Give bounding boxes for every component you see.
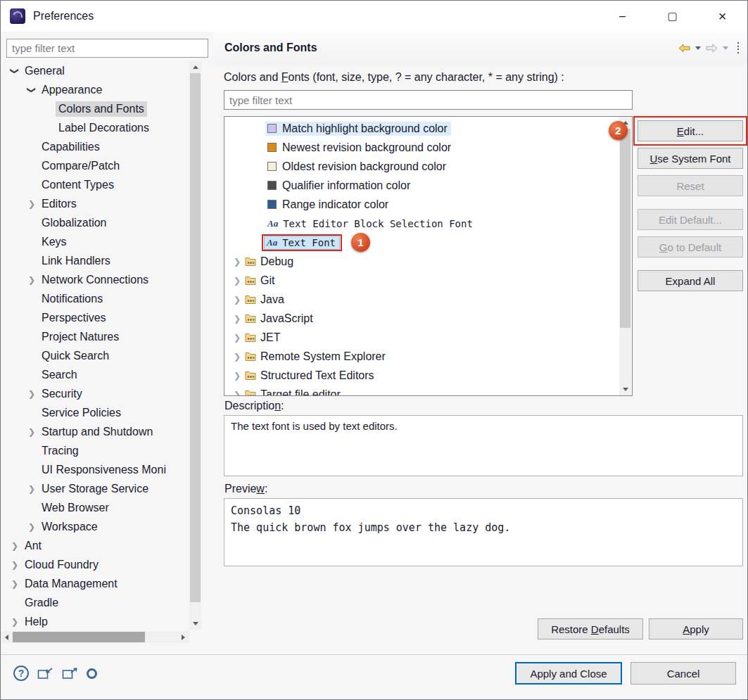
tree-item-startup-and-shutdown[interactable]: ❯Startup and Shutdown: [1, 422, 189, 441]
go-to-default-button[interactable]: Go to Default: [638, 236, 743, 257]
collapse-icon[interactable]: ❯: [10, 64, 20, 78]
edit-default-button[interactable]: Edit Default...: [638, 209, 743, 230]
expand-icon[interactable]: ❯: [8, 541, 22, 551]
tree-item-label-decorations[interactable]: Label Decorations: [1, 118, 189, 137]
tree-item-help[interactable]: ❯Help: [1, 612, 189, 630]
tree-item-editors[interactable]: ❯Editors: [1, 194, 189, 213]
list-item-oldest-revision-background-color[interactable]: Oldest revision background color: [224, 157, 619, 176]
tree-item-capabilities[interactable]: Capabilities: [1, 137, 189, 156]
tree-item-network-connections[interactable]: ❯Network Connections: [1, 270, 189, 289]
collapse-icon[interactable]: ❯: [27, 83, 37, 97]
expand-icon[interactable]: ❯: [25, 484, 39, 494]
list-item-qualifier-information-color[interactable]: Qualifier information color: [224, 176, 619, 195]
apply-button[interactable]: Apply: [649, 618, 743, 639]
export-icon[interactable]: [62, 667, 78, 680]
expand-icon[interactable]: ❯: [232, 371, 243, 381]
tree-item-compare-patch[interactable]: Compare/Patch: [1, 156, 189, 175]
tree-item-tracing[interactable]: Tracing: [1, 441, 189, 460]
import-icon[interactable]: [37, 667, 53, 680]
tree-filter-input[interactable]: [6, 39, 208, 58]
tree-vertical-scrollbar[interactable]: [189, 61, 201, 630]
expand-icon[interactable]: ❯: [232, 295, 243, 305]
list-item-remote-system-explorer[interactable]: ❯Remote System Explorer: [224, 347, 619, 366]
list-item-text-editor-block-selection-font[interactable]: AaText Editor Block Selection Font: [224, 214, 619, 233]
tree-vscroll-thumb[interactable]: [190, 73, 201, 602]
list-item-range-indicator-color[interactable]: Range indicator color: [224, 195, 619, 214]
list-item-jet[interactable]: ❯JET: [224, 328, 619, 347]
list-item-debug[interactable]: ❯Debug: [224, 252, 619, 271]
help-icon[interactable]: ?: [13, 666, 29, 681]
colors-fonts-filter-input[interactable]: [224, 90, 633, 110]
restore-defaults-button[interactable]: Restore Defaults: [538, 618, 643, 639]
expand-icon[interactable]: ❯: [8, 617, 22, 627]
minimize-button[interactable]: –: [597, 1, 647, 32]
list-item-target-file-editor[interactable]: ❯Target file editor: [224, 385, 619, 396]
forward-icon[interactable]: [706, 44, 718, 53]
expand-icon[interactable]: ❯: [232, 352, 243, 362]
list-item-java[interactable]: ❯Java: [224, 290, 619, 309]
apply-and-close-button[interactable]: Apply and Close: [515, 662, 622, 685]
expand-icon[interactable]: ❯: [232, 257, 243, 267]
back-icon[interactable]: [678, 44, 690, 53]
expand-icon[interactable]: ❯: [232, 276, 243, 286]
tree-item-user-storage-service[interactable]: ❯User Storage Service: [1, 479, 189, 498]
tree-item-keys[interactable]: Keys: [1, 232, 189, 251]
tree-item-ant[interactable]: ❯Ant: [1, 536, 189, 555]
tree-item-link-handlers[interactable]: Link Handlers: [1, 251, 189, 270]
tree-item-notifications[interactable]: Notifications: [1, 289, 189, 308]
tree-item-project-natures[interactable]: Project Natures: [1, 327, 189, 346]
tree-horizontal-scrollbar[interactable]: [1, 631, 189, 643]
expand-icon[interactable]: ❯: [25, 275, 39, 285]
list-item-newest-revision-background-color[interactable]: Newest revision background color: [224, 138, 619, 157]
list-item-text-font[interactable]: AaText Font1: [224, 233, 619, 252]
tree-item-web-browser[interactable]: Web Browser: [1, 498, 189, 517]
tree-item-globalization[interactable]: Globalization: [1, 213, 189, 232]
list-vertical-scrollbar[interactable]: [619, 117, 631, 395]
tree-item-content-types[interactable]: Content Types: [1, 175, 189, 194]
expand-icon[interactable]: ❯: [25, 522, 39, 532]
use-system-font-button[interactable]: Use System Font: [638, 148, 743, 169]
scroll-right-icon[interactable]: [177, 631, 189, 643]
tree-item-data-management[interactable]: ❯Data Management: [1, 574, 189, 593]
expand-icon[interactable]: ❯: [232, 314, 243, 324]
scroll-left-icon[interactable]: [1, 631, 13, 643]
tree-item-quick-search[interactable]: Quick Search: [1, 346, 189, 365]
maximize-button[interactable]: ▢: [647, 1, 697, 32]
list-item-git[interactable]: ❯Git: [224, 271, 619, 290]
expand-icon[interactable]: ❯: [25, 427, 39, 437]
list-item-match-highlight-background-color[interactable]: Match highlight background color: [224, 119, 619, 138]
scroll-down-icon[interactable]: [189, 618, 201, 630]
forward-dropdown-icon[interactable]: [723, 46, 728, 50]
tree-item-appearance[interactable]: ❯Appearance: [1, 80, 189, 99]
expand-icon[interactable]: ❯: [8, 579, 22, 589]
scroll-up-icon[interactable]: [189, 61, 201, 73]
expand-icon[interactable]: ❯: [25, 389, 39, 399]
tree-item-perspectives[interactable]: Perspectives: [1, 308, 189, 327]
expand-icon[interactable]: ❯: [232, 390, 243, 397]
scroll-down-icon[interactable]: [619, 383, 631, 395]
tree-item-cloud-foundry[interactable]: ❯Cloud Foundry: [1, 555, 189, 574]
expand-icon[interactable]: ❯: [232, 333, 243, 343]
list-item-structured-text-editors[interactable]: ❯Structured Text Editors: [224, 366, 619, 385]
list-item-javascript[interactable]: ❯JavaScript: [224, 309, 619, 328]
tree-item-ui-responsiveness-moni[interactable]: UI Responsiveness Moni: [1, 460, 189, 479]
tree-item-general[interactable]: ❯General: [1, 61, 189, 80]
tree-hscroll-thumb[interactable]: [13, 632, 145, 642]
expand-icon[interactable]: ❯: [25, 199, 39, 209]
list-vscroll-thumb[interactable]: [620, 129, 630, 328]
tree-item-service-policies[interactable]: Service Policies: [1, 403, 189, 422]
edit-button[interactable]: Edit...: [638, 120, 743, 141]
expand-all-button[interactable]: Expand All: [638, 270, 743, 291]
tree-item-colors-and-fonts[interactable]: Colors and Fonts: [1, 99, 189, 118]
tree-item-gradle[interactable]: Gradle: [1, 593, 189, 612]
tree-item-workspace[interactable]: ❯Workspace: [1, 517, 189, 536]
view-menu-icon[interactable]: [737, 42, 739, 54]
cancel-button[interactable]: Cancel: [630, 662, 736, 685]
expand-icon[interactable]: ❯: [8, 560, 22, 570]
reset-button[interactable]: Reset: [638, 175, 743, 196]
close-button[interactable]: ×: [697, 1, 747, 32]
tree-item-security[interactable]: ❯Security: [1, 384, 189, 403]
tree-item-search[interactable]: Search: [1, 365, 189, 384]
record-icon[interactable]: [87, 668, 97, 679]
back-dropdown-icon[interactable]: [695, 46, 701, 50]
